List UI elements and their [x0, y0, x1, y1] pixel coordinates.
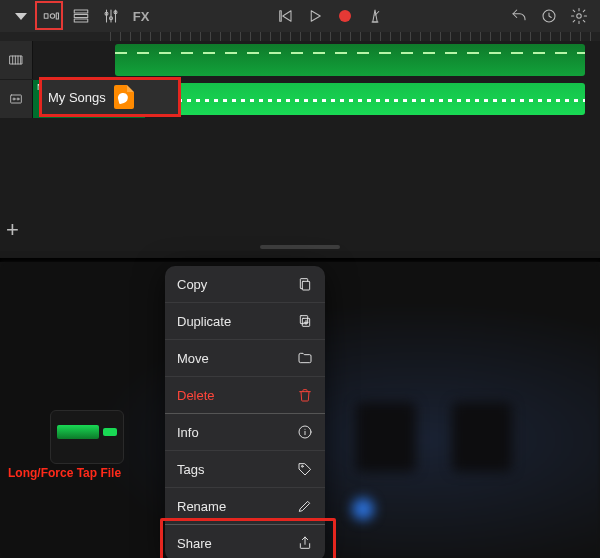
- mixer-button[interactable]: [99, 5, 123, 27]
- svg-point-20: [301, 465, 303, 467]
- svg-point-14: [13, 98, 15, 100]
- svg-rect-4: [74, 15, 88, 18]
- info-icon: [297, 424, 313, 440]
- annotation-highlight-menu-button: [35, 1, 63, 30]
- tracks-area: My Songs Modern 808 +: [0, 41, 600, 251]
- menu-item-info[interactable]: Info: [165, 414, 325, 451]
- blurred-selection-badge: [352, 498, 374, 520]
- menu-item-rename[interactable]: Rename: [165, 488, 325, 525]
- track-header-instrument[interactable]: [0, 80, 33, 118]
- menu-item-share[interactable]: Share: [165, 525, 325, 558]
- annotation-label: Long/Force Tap File: [8, 466, 121, 480]
- folder-icon: [297, 350, 313, 366]
- settings-button[interactable]: [567, 5, 591, 27]
- loop-browser-button[interactable]: [537, 5, 561, 27]
- share-icon: [297, 535, 313, 551]
- play-button[interactable]: [303, 5, 327, 27]
- menu-item-tags[interactable]: Tags: [165, 451, 325, 488]
- piano-icon: [8, 52, 24, 68]
- top-toolbar: FX: [0, 0, 600, 32]
- midi-region[interactable]: [115, 83, 585, 115]
- track-row[interactable]: [0, 41, 600, 79]
- midi-region[interactable]: [115, 44, 585, 76]
- menu-item-delete[interactable]: Delete: [165, 377, 325, 414]
- chevron-down-icon: [15, 13, 27, 20]
- waveform-preview-icon: [57, 425, 99, 439]
- project-file-thumbnail[interactable]: [50, 410, 124, 464]
- menu-item-copy[interactable]: Copy: [165, 266, 325, 303]
- menu-dropdown-button[interactable]: [9, 5, 33, 27]
- menu-item-duplicate[interactable]: Duplicate: [165, 303, 325, 340]
- timeline-ruler[interactable]: [0, 32, 600, 41]
- duplicate-icon: [297, 313, 313, 329]
- files-panel: Long/Force Tap File Copy Duplicate Move …: [0, 262, 600, 558]
- track-header-instrument[interactable]: [0, 41, 33, 79]
- fx-button[interactable]: FX: [129, 5, 153, 27]
- svg-rect-3: [74, 10, 88, 13]
- pencil-icon: [297, 498, 313, 514]
- undo-button[interactable]: [507, 5, 531, 27]
- metronome-button[interactable]: [363, 5, 387, 27]
- context-menu: Copy Duplicate Move Delete Info Tags Ren…: [165, 266, 325, 558]
- svg-point-15: [17, 98, 19, 100]
- my-songs-menu-item[interactable]: My Songs: [39, 77, 181, 117]
- add-track-button[interactable]: +: [6, 217, 19, 243]
- my-songs-label: My Songs: [48, 90, 106, 105]
- tag-icon: [297, 461, 313, 477]
- svg-rect-13: [11, 95, 22, 103]
- blurred-file-thumbnail: [356, 402, 416, 472]
- home-indicator: [260, 245, 340, 249]
- garageband-file-icon: [114, 85, 134, 109]
- trash-icon: [297, 387, 313, 403]
- svg-rect-5: [74, 19, 88, 22]
- record-icon: [339, 10, 351, 22]
- menu-item-move[interactable]: Move: [165, 340, 325, 377]
- svg-point-11: [577, 14, 582, 19]
- copy-icon: [297, 276, 313, 292]
- blurred-file-thumbnail: [452, 402, 512, 472]
- record-button[interactable]: [333, 5, 357, 27]
- svg-rect-9: [280, 11, 282, 22]
- drum-machine-icon: [8, 91, 24, 107]
- tracks-view-button[interactable]: [69, 5, 93, 27]
- editor-panel: FX My Songs: [0, 0, 600, 262]
- svg-rect-16: [302, 281, 309, 290]
- go-to-start-button[interactable]: [273, 5, 297, 27]
